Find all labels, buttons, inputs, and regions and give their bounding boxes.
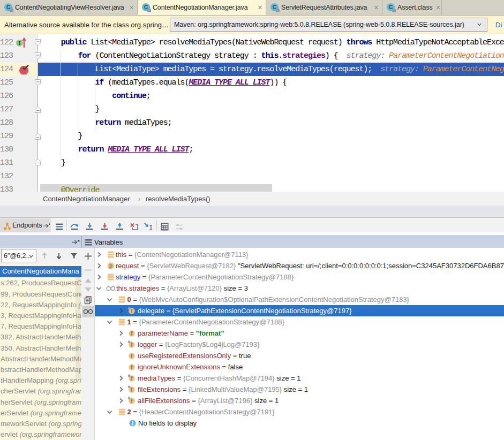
svg-text:I: I [18, 41, 20, 46]
